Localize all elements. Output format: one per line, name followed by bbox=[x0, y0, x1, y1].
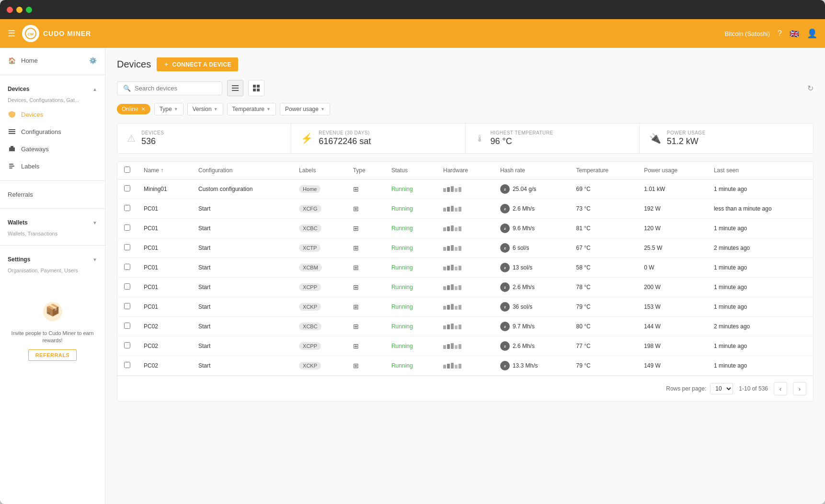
temperature-filter-dropdown[interactable]: Temperature ▼ bbox=[227, 103, 276, 115]
settings-icon[interactable]: ⚙️ bbox=[89, 56, 97, 65]
col-power[interactable]: Power usage bbox=[637, 162, 707, 179]
power-usage-filter-dropdown[interactable]: Power usage ▼ bbox=[280, 103, 330, 115]
row-lastseen: 1 minute ago bbox=[707, 356, 813, 376]
sidebar-divider-1 bbox=[0, 75, 105, 75]
col-hashrate[interactable]: Hash rate bbox=[493, 162, 570, 179]
connect-btn-label: CONNECT A DEVICE bbox=[172, 61, 231, 68]
refresh-button[interactable]: ↻ bbox=[807, 84, 814, 93]
sidebar-devices-sub: Devices, Configurations, Gat... bbox=[0, 97, 105, 106]
stat-power: 🔌 POWER USAGE 51.2 kW bbox=[640, 123, 813, 153]
row-hashrate: z 2.6 Mh/s bbox=[493, 199, 570, 219]
row-checkbox-8[interactable] bbox=[124, 342, 130, 348]
row-checkbox-9[interactable] bbox=[124, 362, 130, 368]
rows-per-page-select[interactable]: 10 25 50 bbox=[710, 383, 733, 394]
row-checkbox-cell bbox=[117, 297, 137, 317]
row-checkbox-0[interactable] bbox=[124, 185, 130, 191]
sidebar-item-devices[interactable]: Devices bbox=[0, 106, 105, 123]
maximize-button[interactable] bbox=[26, 7, 32, 13]
referrals-button[interactable]: REFERRALS bbox=[28, 349, 77, 361]
row-temperature: 69 °C bbox=[569, 179, 637, 199]
stat-revenue-label: REVENUE (30 DAYS) bbox=[319, 130, 371, 135]
minimize-button[interactable] bbox=[16, 7, 23, 13]
window-controls bbox=[7, 7, 32, 13]
col-labels[interactable]: Labels bbox=[292, 162, 346, 179]
sidebar-item-configurations[interactable]: Configurations bbox=[0, 123, 105, 140]
col-temperature[interactable]: Temperature bbox=[569, 162, 637, 179]
row-type: ⊞ bbox=[346, 199, 385, 219]
sidebar: 🏠 Home ⚙️ Devices ▲ Devices, Configurati… bbox=[0, 48, 105, 504]
col-hardware[interactable]: Hardware bbox=[436, 162, 493, 179]
sidebar-settings-header[interactable]: Settings ▼ bbox=[0, 251, 105, 268]
stat-temperature-label: HIGHEST TEMPERATURE bbox=[491, 130, 553, 135]
sidebar-wallets-header[interactable]: Wallets ▼ bbox=[0, 214, 105, 231]
grid-view-button[interactable] bbox=[248, 80, 264, 96]
app-window: ☰ CM CUDO MINER Bitcoin (Satoshi) ? 🇬🇧 👤 bbox=[0, 0, 825, 504]
online-filter-label: Online bbox=[122, 106, 138, 112]
prev-page-button[interactable]: ‹ bbox=[774, 382, 787, 395]
row-checkbox-6[interactable] bbox=[124, 303, 130, 309]
table-row: PC01 Start XCBM ⊞ Running z 13 sol/s bbox=[117, 258, 813, 278]
plus-icon: ＋ bbox=[163, 60, 169, 68]
language-icon[interactable]: 🇬🇧 bbox=[790, 29, 799, 38]
connect-device-button[interactable]: ＋ CONNECT A DEVICE bbox=[157, 57, 238, 71]
sidebar-item-labels[interactable]: Labels bbox=[0, 157, 105, 175]
chevron-up-icon: ▲ bbox=[92, 87, 97, 92]
remove-online-filter[interactable]: ✕ bbox=[141, 106, 146, 112]
temperature-filter-caret: ▼ bbox=[266, 107, 271, 112]
stat-power-content: POWER USAGE 51.2 kW bbox=[667, 130, 706, 146]
row-config: Start bbox=[192, 297, 292, 317]
next-page-button[interactable]: › bbox=[793, 382, 806, 395]
row-labels: XCTP bbox=[292, 238, 346, 258]
close-button[interactable] bbox=[7, 7, 13, 13]
row-checkbox-2[interactable] bbox=[124, 224, 130, 231]
svg-rect-6 bbox=[11, 146, 13, 148]
select-all-header bbox=[117, 162, 137, 179]
sidebar-devices-header[interactable]: Devices ▲ bbox=[0, 81, 105, 97]
col-name[interactable]: Name ↑ bbox=[137, 162, 192, 179]
search-input[interactable] bbox=[135, 85, 216, 92]
col-lastseen[interactable]: Last seen bbox=[707, 162, 813, 179]
hamburger-menu[interactable]: ☰ bbox=[8, 28, 15, 39]
row-checkbox-4[interactable] bbox=[124, 264, 130, 270]
row-type: ⊞ bbox=[346, 297, 385, 317]
windows-icon: ⊞ bbox=[353, 342, 359, 350]
sidebar-item-gateways[interactable]: Gateways bbox=[0, 140, 105, 157]
search-box: 🔍 bbox=[117, 81, 222, 95]
sidebar-item-referrals[interactable]: Referrals bbox=[0, 187, 105, 202]
type-filter-dropdown[interactable]: Type ▼ bbox=[154, 103, 183, 115]
col-status[interactable]: Status bbox=[385, 162, 436, 179]
row-hashrate: z 2.6 Mh/s bbox=[493, 336, 570, 356]
svg-rect-16 bbox=[257, 85, 260, 88]
col-configuration[interactable]: Configuration bbox=[192, 162, 292, 179]
col-type[interactable]: Type bbox=[346, 162, 385, 179]
filters-bar: Online ✕ Type ▼ Version ▼ Temperature ▼ bbox=[117, 103, 814, 115]
sidebar-item-home[interactable]: 🏠 Home ⚙️ bbox=[0, 52, 105, 69]
row-hardware bbox=[436, 179, 493, 199]
row-hardware bbox=[436, 317, 493, 336]
row-status: Running bbox=[385, 238, 436, 258]
help-icon[interactable]: ? bbox=[778, 29, 782, 38]
row-checkbox-7[interactable] bbox=[124, 323, 130, 329]
gateways-icon bbox=[8, 145, 16, 153]
version-filter-dropdown[interactable]: Version ▼ bbox=[187, 103, 223, 115]
sidebar-devices-title: Devices bbox=[8, 86, 29, 92]
row-checkbox-3[interactable] bbox=[124, 244, 130, 250]
app-container: ☰ CM CUDO MINER Bitcoin (Satoshi) ? 🇬🇧 👤 bbox=[0, 19, 825, 504]
table-row: PC01 Start XCKP ⊞ Running z 36 sol/s bbox=[117, 297, 813, 317]
row-power: 200 W bbox=[637, 278, 707, 297]
select-all-checkbox[interactable] bbox=[124, 167, 130, 173]
list-view-button[interactable] bbox=[227, 80, 243, 96]
row-name: PC02 bbox=[137, 317, 192, 336]
row-checkbox-5[interactable] bbox=[124, 283, 130, 290]
sidebar-configurations-label: Configurations bbox=[21, 128, 61, 135]
row-hardware bbox=[436, 258, 493, 278]
row-checkbox-1[interactable] bbox=[124, 205, 130, 211]
row-temperature: 77 °C bbox=[569, 336, 637, 356]
row-labels: Home bbox=[292, 179, 346, 199]
row-labels: XCFG bbox=[292, 199, 346, 219]
row-name: PC01 bbox=[137, 199, 192, 219]
account-icon[interactable]: 👤 bbox=[807, 28, 817, 39]
stat-devices-value: 536 bbox=[141, 136, 164, 146]
row-checkbox-cell bbox=[117, 219, 137, 238]
row-power: 192 W bbox=[637, 199, 707, 219]
